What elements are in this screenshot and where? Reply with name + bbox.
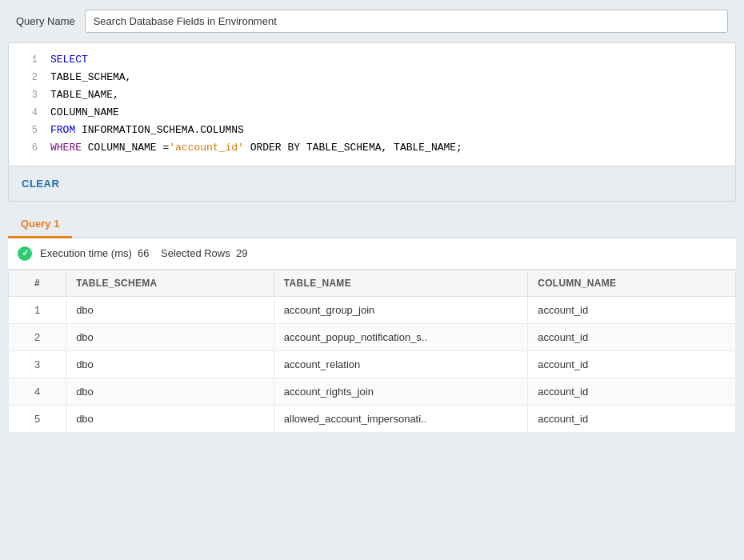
table-row: 4 dbo account_rights_join account_id xyxy=(9,378,736,405)
query-name-label: Query Name xyxy=(16,15,75,27)
cell-schema: dbo xyxy=(66,405,274,432)
col-header-table: TABLE_NAME xyxy=(274,270,527,296)
execution-info: Execution time (ms) 66 Selected Rows 29 xyxy=(40,247,247,259)
table-row: 1 dbo account_group_join account_id xyxy=(9,296,736,323)
line-number-5: 5 xyxy=(15,122,38,138)
cell-num: 4 xyxy=(9,378,66,405)
query-name-input[interactable] xyxy=(85,10,728,33)
table-row: 5 dbo allowed_account_impersonati.. acco… xyxy=(9,405,736,432)
query-tab-1[interactable]: Query 1 xyxy=(8,211,72,238)
table-header-row: # TABLE_SCHEMA TABLE_NAME COLUMN_NAME xyxy=(9,270,736,296)
sql-editor[interactable]: 1 SELECT 2 TABLE_SCHEMA, 3 TABLE_NAME, 4… xyxy=(9,43,735,166)
cell-schema: dbo xyxy=(66,323,274,350)
success-icon xyxy=(18,246,32,261)
cell-table: allowed_account_impersonati.. xyxy=(274,405,527,432)
code-line-4: 4 COLUMN_NAME xyxy=(9,104,735,122)
code-line-6: 6 WHERE COLUMN_NAME = 'account_id' ORDER… xyxy=(9,139,735,157)
code-token: SELECT xyxy=(50,51,88,69)
cell-column: account_id xyxy=(528,378,736,405)
cell-schema: dbo xyxy=(66,378,274,405)
cell-column: account_id xyxy=(528,323,736,350)
line-number-1: 1 xyxy=(15,52,38,68)
results-table: # TABLE_SCHEMA TABLE_NAME COLUMN_NAME 1 … xyxy=(8,270,736,433)
cell-column: account_id xyxy=(528,350,736,378)
execution-bar: Execution time (ms) 66 Selected Rows 29 xyxy=(8,238,736,270)
exec-time-label: Execution time (ms) xyxy=(40,247,132,259)
code-token: FROM xyxy=(50,122,75,139)
code-token: TABLE_SCHEMA, xyxy=(50,69,131,86)
cell-num: 5 xyxy=(9,405,66,432)
code-editor-area[interactable]: 1 SELECT 2 TABLE_SCHEMA, 3 TABLE_NAME, 4… xyxy=(8,42,736,166)
results-section: Query 1 Execution time (ms) 66 Selected … xyxy=(8,211,736,433)
selected-rows-value: 29 xyxy=(236,247,247,259)
cell-schema: dbo xyxy=(66,350,274,378)
cell-num: 3 xyxy=(9,350,66,378)
cell-column: account_id xyxy=(528,405,736,432)
cell-schema: dbo xyxy=(66,296,274,323)
code-token: INFORMATION_SCHEMA.COLUMNS xyxy=(75,122,244,139)
col-header-column: COLUMN_NAME xyxy=(528,270,736,296)
code-token: COLUMN_NAME xyxy=(50,104,119,122)
cell-table: account_popup_notification_s.. xyxy=(274,323,527,350)
line-number-6: 6 xyxy=(15,140,38,156)
cell-num: 1 xyxy=(9,296,66,323)
code-token: WHERE xyxy=(50,139,82,157)
top-bar: Query Name xyxy=(0,0,744,42)
cell-table: account_group_join xyxy=(274,296,527,323)
line-number-2: 2 xyxy=(15,70,38,86)
table-row: 3 dbo account_relation account_id xyxy=(9,350,736,378)
code-line-5: 5 FROM INFORMATION_SCHEMA.COLUMNS xyxy=(9,122,735,139)
code-line-3: 3 TABLE_NAME, xyxy=(9,86,735,104)
code-line-2: 2 TABLE_SCHEMA, xyxy=(9,69,735,86)
selected-rows-label: Selected Rows xyxy=(161,247,230,259)
cell-column: account_id xyxy=(528,296,736,323)
cell-num: 2 xyxy=(9,323,66,350)
tab-row: Query 1 xyxy=(8,211,736,238)
toolbar: CLEAR xyxy=(8,166,736,202)
code-token: COLUMN_NAME = xyxy=(82,139,169,157)
code-token: 'account_id' xyxy=(169,139,244,157)
code-token: TABLE_NAME, xyxy=(50,86,119,104)
line-number-3: 3 xyxy=(15,87,38,103)
line-number-4: 4 xyxy=(15,105,38,121)
table-row: 2 dbo account_popup_notification_s.. acc… xyxy=(9,323,736,350)
code-line-1: 1 SELECT xyxy=(9,51,735,69)
col-header-schema: TABLE_SCHEMA xyxy=(66,270,274,296)
code-token: ORDER BY TABLE_SCHEMA, TABLE_NAME; xyxy=(244,139,462,157)
cell-table: account_rights_join xyxy=(274,378,527,405)
clear-button[interactable]: CLEAR xyxy=(22,174,59,193)
exec-time-value: 66 xyxy=(138,247,149,259)
cell-table: account_relation xyxy=(274,350,527,378)
col-header-num: # xyxy=(9,270,66,296)
